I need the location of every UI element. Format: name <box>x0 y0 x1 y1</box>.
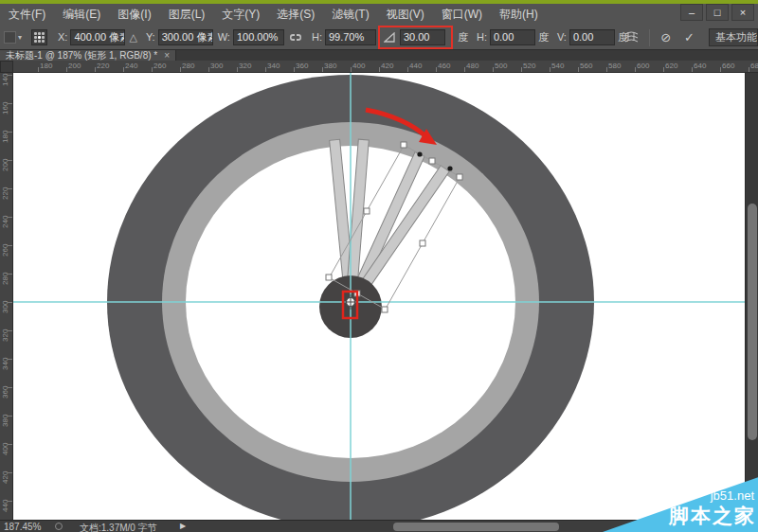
ruler-tick <box>8 274 12 275</box>
width-scale-field[interactable]: 100.00% <box>233 29 284 45</box>
vertical-ruler[interactable]: 1401601802002202402602803003203403603804… <box>0 73 13 520</box>
ruler-tick <box>8 217 12 218</box>
reference-point-locator[interactable] <box>31 29 47 45</box>
ruler-tick <box>8 245 12 246</box>
ruler-label: 520 <box>523 62 535 70</box>
ruler-tick <box>521 67 522 72</box>
y-position-field[interactable]: 300.00 像素 <box>158 29 213 45</box>
ruler-tick <box>8 302 12 303</box>
height-scale-field[interactable]: 99.70% <box>325 29 376 45</box>
hskew-field[interactable]: 0.00 <box>490 29 535 45</box>
menu-item[interactable]: 文件(F) <box>0 4 54 25</box>
ruler-tick <box>8 444 12 445</box>
anchor-point[interactable] <box>417 151 422 156</box>
ruler-tick <box>436 67 437 72</box>
ruler-label: 420 <box>381 62 393 70</box>
tab-close-icon[interactable]: × <box>164 50 170 61</box>
ruler-tick <box>123 67 124 72</box>
ruler-tick <box>379 67 380 72</box>
ruler-tick <box>66 67 67 72</box>
document-tab-bar: 未标题-1 @ 187% (矩形 1, RGB/8) * × <box>0 50 758 61</box>
ruler-tick <box>322 67 323 72</box>
ruler-tick <box>8 160 12 161</box>
ruler-tick <box>8 330 12 331</box>
ruler-tick <box>8 472 12 473</box>
ruler-label: 580 <box>608 62 621 70</box>
vskew-field[interactable]: 0.00 <box>569 29 615 45</box>
ruler-label: 260 <box>153 62 166 70</box>
close-button[interactable]: × <box>731 4 754 21</box>
title-bar: 文件(F)编辑(E)图像(I)图层(L)文字(Y)选择(S)滤镜(T)视图(V)… <box>0 4 758 25</box>
ruler-tick <box>38 67 39 72</box>
ruler-tick <box>237 67 238 72</box>
minimize-button[interactable]: – <box>680 4 703 21</box>
menu-item[interactable]: 视图(V) <box>378 4 433 25</box>
hskew-unit-label: 度 <box>538 30 549 44</box>
watermark-name-text: 脚本之家 <box>669 503 756 529</box>
ruler-tick <box>749 67 749 72</box>
ruler-tick <box>550 67 550 72</box>
chevron-down-icon[interactable]: ▾ <box>18 33 22 42</box>
rotate-angle-icon <box>384 32 396 43</box>
handle-top-left[interactable] <box>401 142 406 148</box>
tool-preset-icon[interactable] <box>4 31 16 44</box>
menu-item[interactable]: 选择(S) <box>268 4 323 25</box>
zoom-level-field[interactable]: 187.45% <box>4 522 41 532</box>
maximize-button[interactable]: □ <box>706 4 729 21</box>
document-canvas[interactable] <box>13 73 745 520</box>
ruler-label: 560 <box>580 62 592 70</box>
workspace-switcher-button[interactable]: 基本功能 <box>709 28 758 46</box>
menu-item[interactable]: 编辑(E) <box>54 4 109 25</box>
width-label: W: <box>218 31 230 43</box>
cancel-transform-icon[interactable]: ⊘ <box>660 30 671 44</box>
vertical-scrollbar-thumb[interactable] <box>748 204 757 440</box>
handle-top-right[interactable] <box>457 174 462 180</box>
ruler-label: 600 <box>637 62 649 70</box>
window-controls: –□× <box>680 4 754 23</box>
menu-item[interactable]: 图像(I) <box>109 4 159 25</box>
warp-mode-icon[interactable] <box>624 30 639 45</box>
ruler-label: 240 <box>125 62 137 70</box>
handle-mid-right[interactable] <box>420 240 425 246</box>
ruler-tick <box>8 416 12 417</box>
angle-unit-label: 度 <box>458 30 468 44</box>
ruler-tick <box>578 67 579 72</box>
menu-item[interactable]: 图层(L) <box>160 4 214 25</box>
document-tab[interactable]: 未标题-1 @ 187% (矩形 1, RGB/8) * × <box>0 50 176 61</box>
ruler-tick <box>493 67 494 72</box>
menu-item[interactable]: 窗口(W) <box>433 4 491 25</box>
ruler-corner[interactable] <box>0 61 13 73</box>
ruler-label: 440 <box>409 62 422 70</box>
commit-transform-icon[interactable]: ✓ <box>684 30 695 44</box>
handle-mid-left[interactable] <box>364 208 370 214</box>
ruler-tick <box>294 67 295 72</box>
ruler-label: 640 <box>694 62 706 70</box>
menu-item[interactable]: 滤镜(T) <box>323 4 377 25</box>
ruler-tick <box>95 67 96 72</box>
ruler-tick <box>8 501 12 502</box>
ruler-tick <box>265 67 266 72</box>
x-position-field[interactable]: 400.00 像素 <box>70 29 125 45</box>
handle-bottom-right[interactable] <box>382 307 388 312</box>
vertical-scrollbar[interactable] <box>745 73 758 520</box>
anchor-point[interactable] <box>447 166 452 170</box>
status-arrow-icon[interactable]: ▶ <box>180 522 186 530</box>
ruler-tick <box>8 75 12 76</box>
rotate-angle-field[interactable]: 30.00 <box>400 29 445 45</box>
menu-item[interactable]: 帮助(H) <box>491 4 547 25</box>
ruler-label: 280 <box>182 62 194 70</box>
document-size-info[interactable]: 文档:1.37M/0 字节 <box>80 522 157 532</box>
hskew-label: H: <box>477 31 487 43</box>
handle-bottom-left[interactable] <box>326 275 332 280</box>
menu-item[interactable]: 文字(Y) <box>213 4 268 25</box>
separator <box>649 29 650 46</box>
horizontal-scrollbar-thumb[interactable] <box>393 523 559 531</box>
link-dimensions-icon[interactable] <box>289 32 302 42</box>
handle-top-mid[interactable] <box>429 158 435 164</box>
menu-bar: 文件(F)编辑(E)图像(I)图层(L)文字(Y)选择(S)滤镜(T)视图(V)… <box>0 4 547 25</box>
ruler-label: 340 <box>267 62 280 70</box>
ruler-tick <box>720 67 721 72</box>
height-label: H: <box>312 31 322 43</box>
relative-position-icon[interactable]: △ <box>129 31 136 44</box>
horizontal-ruler[interactable]: 1802002202402602803003203403603804004204… <box>13 61 758 73</box>
